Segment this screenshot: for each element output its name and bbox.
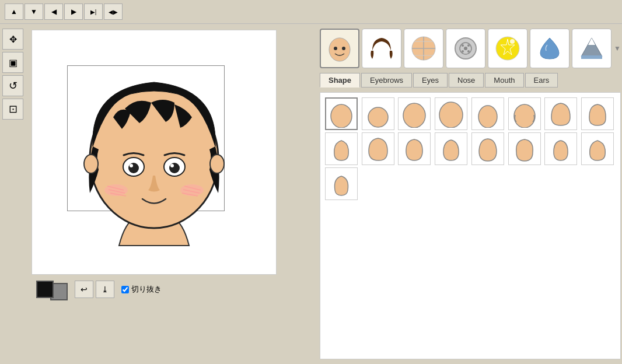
rotate-tool-button[interactable]: ↺ (2, 75, 23, 96)
shape-item-14[interactable] (544, 132, 577, 165)
svg-point-27 (464, 47, 467, 50)
char-icon-texture[interactable] (404, 29, 443, 68)
shape-item-15[interactable] (581, 132, 614, 165)
nav-prev-button[interactable]: ◀ (44, 4, 63, 20)
canvas-area: ↩ ⤓ 切り抜き (26, 24, 315, 364)
svg-point-4 (128, 163, 139, 173)
main-content: ✥ ▣ ↺ ⊡ (0, 24, 622, 364)
svg-marker-36 (588, 38, 595, 45)
svg-point-2 (210, 155, 224, 173)
save-button[interactable]: ⤓ (96, 281, 114, 298)
shape-item-10[interactable] (398, 132, 431, 165)
svg-point-38 (331, 104, 352, 128)
shape-item-9[interactable] (362, 132, 394, 165)
char-icon-dropdown-arrow[interactable]: ▼ (614, 44, 621, 52)
crop-checkbox-row: 切り抜き (121, 284, 162, 295)
side-tools: ✥ ▣ ↺ ⊡ (0, 24, 26, 364)
char-icon-hair[interactable] (362, 29, 401, 68)
char-icons-row: ▼ (320, 29, 621, 68)
shape-item-3[interactable] (435, 97, 467, 130)
left-panel: ✥ ▣ ↺ ⊡ (0, 24, 315, 364)
nav-next-button[interactable]: ▶ (64, 4, 83, 20)
shape-item-7[interactable] (581, 97, 614, 130)
tab-eyes[interactable]: Eyes (413, 73, 448, 88)
shape-grid-container (320, 92, 621, 359)
svg-point-8 (170, 164, 174, 167)
crop-label: 切り抜き (131, 284, 162, 295)
svg-point-41 (439, 102, 463, 128)
nav-flip-button[interactable]: ◀▶ (104, 4, 123, 20)
shape-item-6[interactable] (544, 97, 577, 130)
crop-checkbox[interactable] (121, 286, 129, 293)
right-panel: ▼ Shape Eyebrows Eyes Nose Mouth Ears (315, 24, 622, 364)
shape-item-8[interactable] (325, 132, 358, 165)
svg-rect-37 (581, 55, 602, 59)
svg-point-19 (342, 47, 345, 50)
shape-item-5[interactable] (508, 97, 541, 130)
top-toolbar: ▲ ▼ ◀ ▶ ▶| ◀▶ (0, 0, 622, 24)
svg-point-42 (478, 106, 497, 128)
move-tool-button[interactable]: ✥ (2, 29, 23, 50)
crop-tool-button[interactable]: ⊡ (2, 99, 23, 120)
shape-item-4[interactable] (471, 97, 504, 130)
bottom-tools: ↩ ⤓ 切り抜き (32, 275, 166, 304)
char-icon-star[interactable] (488, 29, 527, 68)
svg-point-29 (467, 44, 470, 47)
svg-point-17 (329, 38, 350, 61)
tab-eyebrows[interactable]: Eyebrows (361, 73, 412, 88)
shape-grid (325, 97, 616, 200)
nav-up-button[interactable]: ▲ (5, 4, 23, 20)
svg-point-39 (368, 107, 388, 127)
svg-point-18 (334, 47, 337, 50)
shape-item-11[interactable] (435, 132, 467, 165)
tab-nose[interactable]: Nose (449, 73, 484, 88)
shape-item-12[interactable] (471, 132, 504, 165)
shape-item-13[interactable] (508, 132, 541, 165)
svg-point-31 (467, 50, 470, 52)
shape-item-1[interactable] (362, 97, 394, 130)
char-icon-mountain[interactable] (572, 29, 611, 68)
char-icon-drop[interactable] (530, 29, 569, 68)
face-character (61, 41, 247, 263)
tab-ears[interactable]: Ears (525, 73, 558, 88)
char-icon-face[interactable] (320, 29, 359, 68)
foreground-color-swatch[interactable] (36, 281, 54, 298)
svg-point-43 (514, 104, 535, 128)
canvas-container (32, 30, 277, 275)
svg-point-1 (84, 155, 98, 173)
svg-point-28 (462, 44, 464, 47)
nav-skip-button[interactable]: ▶| (84, 4, 103, 20)
tab-shape[interactable]: Shape (320, 73, 360, 88)
undo-button[interactable]: ↩ (75, 281, 93, 298)
shape-item-16[interactable] (325, 167, 358, 200)
svg-point-34 (510, 39, 515, 44)
shape-item-2[interactable] (398, 97, 431, 130)
svg-point-40 (403, 103, 425, 128)
char-icon-snap[interactable] (446, 29, 485, 68)
shape-item-0[interactable] (325, 97, 358, 130)
svg-point-5 (130, 164, 133, 167)
nav-down-button[interactable]: ▼ (25, 4, 43, 20)
tabs-row: Shape Eyebrows Eyes Nose Mouth Ears (320, 73, 621, 88)
svg-point-7 (169, 163, 180, 173)
select-tool-button[interactable]: ▣ (2, 52, 23, 73)
svg-point-30 (462, 50, 464, 52)
tab-mouth[interactable]: Mouth (485, 73, 523, 88)
